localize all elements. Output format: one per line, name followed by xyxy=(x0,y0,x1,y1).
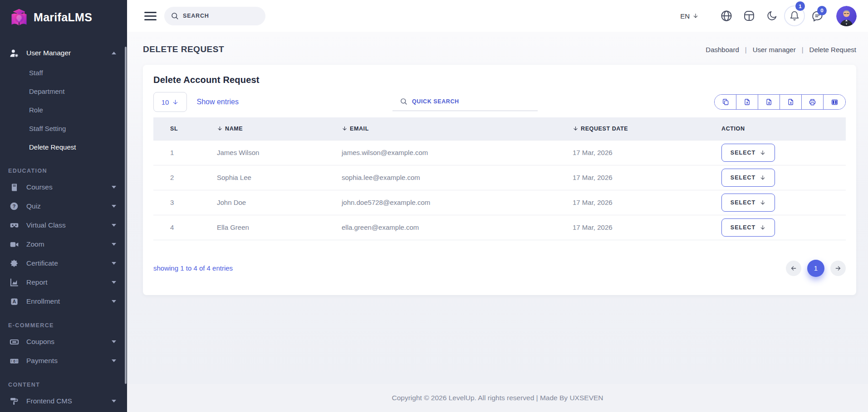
sidebar-item-user-manager[interactable]: User Manager xyxy=(0,43,127,63)
caret-down-icon xyxy=(112,359,116,362)
sidebar-item-frontend-cms[interactable]: Frontend CMS xyxy=(0,392,127,411)
quick-search-input[interactable] xyxy=(412,98,536,105)
main-content: DELETE REQUEST Dashboard | User manager … xyxy=(127,32,868,384)
cell-name: James Wilson xyxy=(217,140,342,165)
page-number-button[interactable]: 1 xyxy=(807,260,824,277)
entries-per-page-select[interactable]: 10 xyxy=(153,92,187,112)
sidebar-item-virtual-class[interactable]: Virtual Class xyxy=(0,216,127,235)
search-input[interactable] xyxy=(183,13,251,19)
cell-sl: 4 xyxy=(153,215,217,240)
brand[interactable]: MarifaLMS xyxy=(0,0,127,33)
sidebar-item-report[interactable]: Report xyxy=(0,273,127,292)
quick-search[interactable] xyxy=(392,93,538,111)
breadcrumb-delete-request[interactable]: Delete Request xyxy=(809,46,856,53)
globe-icon xyxy=(720,10,733,22)
page-title: DELETE REQUEST xyxy=(143,44,224,54)
breadcrumb-user-manager[interactable]: User manager xyxy=(753,46,796,53)
sidebar-item-quiz[interactable]: ? Quiz xyxy=(0,197,127,216)
sidebar-subitem-staff-setting[interactable]: Staff Setting xyxy=(0,119,127,138)
sidebar-subitem-delete-request[interactable]: Delete Request xyxy=(0,138,127,156)
table-row: 4 Ella Green ella.green@example.com 17 M… xyxy=(153,215,846,240)
caret-down-icon xyxy=(112,300,116,303)
sidebar-item-coupons[interactable]: Coupons xyxy=(0,332,127,351)
previous-page-button[interactable] xyxy=(786,261,801,276)
row-action-select-button[interactable]: SELECT xyxy=(721,218,775,237)
svg-text:A: A xyxy=(12,299,16,304)
sidebar-item-payments[interactable]: 0 Payments xyxy=(0,351,127,370)
a-square-icon: A xyxy=(9,296,19,306)
next-page-button[interactable] xyxy=(830,261,846,276)
global-search[interactable] xyxy=(164,7,265,25)
entries-summary: showing 1 to 4 of 4 entries xyxy=(153,264,233,272)
notifications-button[interactable]: 1 xyxy=(783,5,806,26)
cell-name: Sophia Lee xyxy=(217,165,342,190)
sidebar-item-label: Enrollment xyxy=(26,297,60,305)
export-copy-button[interactable] xyxy=(715,95,736,109)
layout-toggle-button[interactable] xyxy=(738,10,760,22)
table-controls: 10 Show entries xyxy=(153,92,846,112)
vr-goggles-icon xyxy=(9,220,19,230)
sidebar: MarifaLMS User Manager Staff Department … xyxy=(0,0,127,412)
export-columns-button[interactable] xyxy=(824,95,845,109)
topbar: EN 1 0 xyxy=(127,0,868,32)
user-gear-icon xyxy=(9,48,19,58)
breadcrumb-separator: | xyxy=(802,46,804,53)
language-label: EN xyxy=(680,12,690,20)
sort-arrow-icon xyxy=(573,126,579,131)
sidebar-item-enrollment[interactable]: A Enrollment xyxy=(0,292,127,311)
sidebar-item-label: Virtual Class xyxy=(26,221,66,229)
language-globe-button[interactable] xyxy=(715,10,738,22)
arrow-down-icon xyxy=(172,99,179,106)
menu-toggle-button[interactable] xyxy=(144,12,157,20)
language-selector[interactable]: EN xyxy=(680,12,699,20)
export-csv-button[interactable] xyxy=(758,95,780,109)
money-bill-icon: 0 xyxy=(9,356,19,366)
messages-button[interactable]: 0 xyxy=(806,10,829,22)
sidebar-item-certificate[interactable]: Certificate xyxy=(0,254,127,273)
caret-down-icon xyxy=(112,340,116,343)
breadcrumb-dashboard[interactable]: Dashboard xyxy=(706,46,739,53)
caret-down-icon xyxy=(112,262,116,265)
sidebar-scrollbar[interactable] xyxy=(125,47,127,384)
cell-request-date: 17 Mar, 2026 xyxy=(573,165,721,190)
row-action-select-button[interactable]: SELECT xyxy=(721,169,775,187)
arrow-left-icon xyxy=(790,265,797,272)
sidebar-subitem-department[interactable]: Department xyxy=(0,82,127,101)
search-icon xyxy=(400,97,407,105)
dark-mode-button[interactable] xyxy=(760,10,783,22)
export-pdf-button[interactable] xyxy=(780,95,802,109)
row-action-select-button[interactable]: SELECT xyxy=(721,144,775,162)
sort-arrow-icon xyxy=(342,126,348,131)
page-head: DELETE REQUEST Dashboard | User manager … xyxy=(127,32,868,54)
export-button-group xyxy=(714,94,846,110)
column-header-email[interactable]: EMAIL xyxy=(342,117,573,140)
row-action-select-button[interactable]: SELECT xyxy=(721,194,775,212)
brand-logo-icon xyxy=(9,7,29,27)
sidebar-item-label: Coupons xyxy=(26,338,54,346)
column-header-request-date[interactable]: REQUEST DATE xyxy=(573,117,721,140)
sidebar-item-courses[interactable]: Courses xyxy=(0,178,127,197)
sidebar-item-label: User Manager xyxy=(26,49,71,57)
export-print-button[interactable] xyxy=(802,95,824,109)
export-excel-button[interactable] xyxy=(736,95,758,109)
column-header-sl: SL xyxy=(153,117,217,140)
user-manager-submenu: Staff Department Role Staff Setting Dele… xyxy=(0,63,127,156)
delete-request-table: SL NAME EMAIL REQUEST DATE ACTION 1 xyxy=(153,117,846,240)
sidebar-subitem-staff[interactable]: Staff xyxy=(0,63,127,82)
caret-down-icon xyxy=(112,224,116,227)
show-entries-label[interactable]: Show entries xyxy=(196,92,239,112)
entries-value: 10 xyxy=(162,98,169,106)
delete-request-card: Delete Account Request 10 Show entries xyxy=(143,65,856,295)
printer-icon xyxy=(809,98,816,106)
user-avatar[interactable] xyxy=(836,6,857,26)
sidebar-subitem-role[interactable]: Role xyxy=(0,101,127,119)
caret-down-icon xyxy=(112,281,116,284)
column-header-name[interactable]: NAME xyxy=(217,117,342,140)
paint-roller-icon xyxy=(9,396,19,406)
sidebar-item-zoom[interactable]: Zoom xyxy=(0,235,127,254)
notification-badge: 1 xyxy=(795,1,805,11)
table-header-row: SL NAME EMAIL REQUEST DATE ACTION xyxy=(153,117,846,140)
copyright-text: Copyright © 2026 LevelUp. All rights res… xyxy=(392,394,603,402)
sidebar-item-label: Frontend CMS xyxy=(26,397,72,405)
sidebar-nav: User Manager Staff Department Role Staff… xyxy=(0,33,127,411)
